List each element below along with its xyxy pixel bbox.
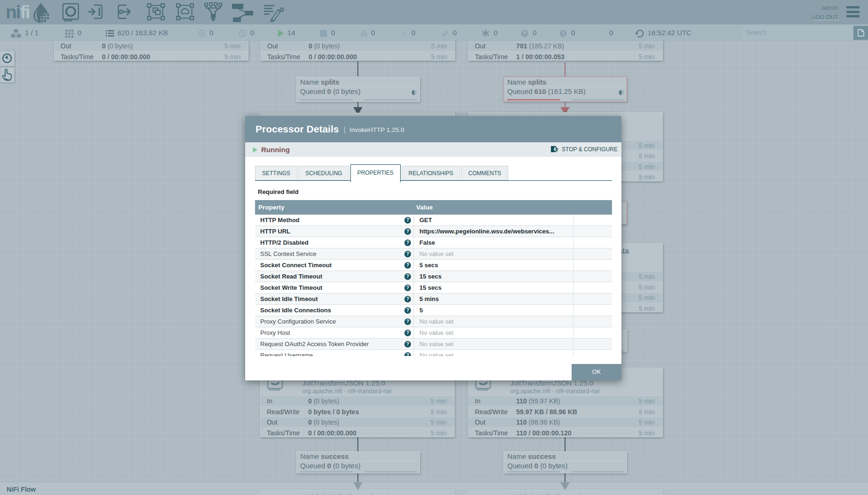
svg-text:?: ? bbox=[599, 30, 604, 39]
